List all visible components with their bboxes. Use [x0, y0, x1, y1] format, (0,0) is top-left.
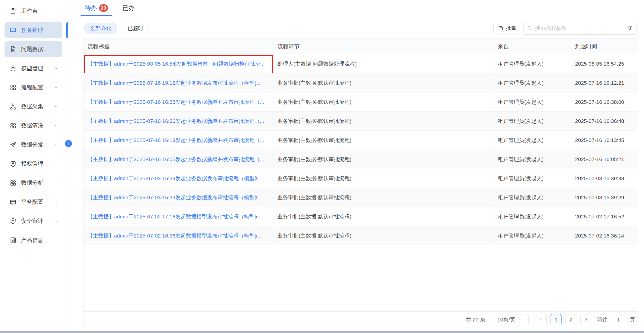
- sidebar-item-label: 数据采集: [21, 103, 43, 110]
- cell-time: 2025-07-02 17:16:52: [571, 207, 638, 226]
- process-title-link[interactable]: 【主数据】admin于2025-07-03 15:39发起业务数据发布审批流程（…: [88, 175, 262, 182]
- next-page-button[interactable]: [580, 314, 592, 325]
- batch-button[interactable]: 批量: [493, 23, 521, 33]
- process-title-link[interactable]: 【主数据】admin于2025-07-16 16:13发起业务数据新增并发布审批…: [88, 137, 264, 144]
- search-input[interactable]: [535, 25, 627, 31]
- tab-done[interactable]: 已办: [118, 0, 139, 16]
- sidebar-item-security-audit[interactable]: 安全审计: [0, 212, 68, 231]
- sidebar-item-product-info[interactable]: 产品信息: [0, 231, 68, 250]
- scrollbar-thumb[interactable]: [0, 331, 644, 333]
- table-row: 【主数据】admin于2025-07-03 15:39发起业务数据发布审批流程（…: [84, 169, 638, 188]
- sidebar-item-workbench[interactable]: 工作台: [0, 2, 68, 21]
- process-title-link[interactable]: 【主数据】admin于2025-07-16 19:12发起业务数据发布审批流程（…: [88, 79, 260, 86]
- chevron-right-icon: [584, 317, 588, 322]
- cell-time: 2025-07-02 16:36:14: [571, 226, 638, 245]
- cell-stage: 业务审批(主数据-默认审批流程): [273, 226, 494, 245]
- active-tab-underline: [80, 15, 112, 16]
- cell-from: 租户管理员(发起人): [494, 54, 571, 73]
- doc-icon: [10, 46, 17, 53]
- chevron-down-icon: [54, 143, 58, 147]
- process-title-link[interactable]: 【主数据】admin于2025-07-02 16:36发起数据模型发布审批流程（…: [88, 232, 262, 239]
- sidebar-item-task-handling[interactable]: 任务处理: [0, 21, 68, 40]
- sidebar-item-flow-config[interactable]: 流程配置: [0, 78, 68, 97]
- sidebar-item-platform-config[interactable]: 平台配置: [0, 193, 68, 212]
- cell-title: 【主数据】admin于2025-07-16 16:13发起业务数据新增并发布审批…: [84, 131, 273, 150]
- page-size-select[interactable]: 10条/页: [491, 314, 529, 325]
- table-row: 【主数据】admin于2025-07-16 16:13发起业务数据新增并发布审批…: [84, 131, 638, 150]
- search-box: [523, 22, 636, 35]
- db-icon: [10, 65, 17, 72]
- col-header-time: 到达时间: [571, 39, 638, 54]
- cell-title: 【主数据】admin于2025-07-16 16:05发起业务数据新增并发布审批…: [84, 150, 273, 169]
- filter-pill-overdue[interactable]: 已超时: [122, 23, 149, 34]
- cell-stage: 业务审批(主数据-默认审批流程): [273, 73, 494, 92]
- cell-title: 【主数据】admin于2025-08-05 16:54发起数据检核 - 问题数据…: [84, 54, 273, 73]
- col-header-from: 来自: [494, 39, 571, 54]
- filter-funnel-icon[interactable]: [627, 25, 633, 31]
- sidebar-item-label: 流程配置: [21, 84, 43, 91]
- tabbar: 待办 20 已办: [68, 0, 644, 16]
- cell-from: 租户管理员(发起人): [494, 226, 571, 245]
- cell-from: 租户管理员(发起人): [494, 73, 571, 92]
- horizontal-scrollbar[interactable]: [0, 331, 644, 333]
- cell-stage: 业务审批(主数据-默认审批流程): [273, 169, 494, 188]
- tab-todo[interactable]: 待办 20: [80, 0, 112, 16]
- cell-time: 2025-07-03 15:39:33: [571, 169, 638, 188]
- table-row: 【主数据】admin于2025-07-16 16:05发起业务数据新增并发布审批…: [84, 150, 638, 169]
- sidebar-collapse-button[interactable]: [65, 140, 72, 147]
- batch-icon: [498, 25, 504, 31]
- cell-from: 租户管理员(发起人): [494, 112, 571, 130]
- shield-key-icon: [10, 218, 17, 225]
- sidebar-item-auth-mgmt[interactable]: 授权管理: [0, 154, 68, 173]
- cell-stage: 业务审批(主数据-默认审批流程): [273, 207, 494, 226]
- clipboard-icon: [10, 8, 17, 15]
- process-title-link[interactable]: 【主数据】admin于2025-08-05 16:54发起数据检核 - 问题数据…: [88, 60, 265, 67]
- title-text: 发起数据检核 - 问题数据归档审批流...: [176, 61, 265, 67]
- tab-done-label: 已办: [123, 4, 135, 12]
- goto-page-input[interactable]: [611, 314, 626, 325]
- process-title-link[interactable]: 【主数据】admin于2025-07-03 15:39发起业务数据发布审批流程（…: [88, 194, 262, 201]
- batch-button-label: 批量: [506, 25, 516, 32]
- process-title-link[interactable]: 【主数据】admin于2025-07-16 16:38发起业务数据新增并发布审批…: [88, 99, 264, 106]
- filter-pill-all-label: 全部 (20): [90, 25, 111, 32]
- main-content: 待办 20 已办 全部 (20) 已超时 批量: [68, 0, 644, 333]
- sidebar-item-data-collect[interactable]: 数据采集: [0, 97, 68, 116]
- table-row: 【主数据】admin于2025-07-16 16:38发起业务数据新增并发布审批…: [84, 92, 638, 112]
- page-button-1[interactable]: 1: [550, 314, 562, 325]
- cell-title: 【主数据】admin于2025-07-03 15:39发起业务数据发布审批流程（…: [84, 188, 273, 207]
- grid-icon: [10, 122, 17, 129]
- process-title-link[interactable]: 【主数据】admin于2025-07-02 17:16发起数据模型发布审批流程（…: [88, 213, 263, 220]
- sidebar-item-data-dispatch[interactable]: 数据分发: [0, 135, 68, 154]
- sidebar-item-data-clean[interactable]: 数据清洗: [0, 116, 68, 135]
- table-row: 【主数据】admin于2025-08-05 16:54发起数据检核 - 问题数据…: [84, 54, 638, 73]
- cell-time: 2025-07-16 19:12:21: [571, 73, 638, 92]
- sidebar-item-model-mgmt[interactable]: 模型管理: [0, 59, 68, 78]
- chevron-down-icon: [54, 181, 58, 185]
- chevron-left-icon: [66, 141, 70, 146]
- chevron-down-icon: [518, 318, 522, 322]
- cell-stage: 业务审批(主数据-默认审批流程): [273, 92, 494, 111]
- cell-time: 2025-07-03 15:39:29: [571, 188, 638, 207]
- page-number-buttons: 12: [550, 314, 580, 325]
- cell-time: 2025-08-05 16:54:25: [571, 54, 638, 73]
- cell-stage: 业务审批(主数据-默认审批流程): [273, 150, 494, 169]
- prev-page-button[interactable]: [535, 314, 547, 325]
- chevron-down-icon: [54, 124, 58, 128]
- chevron-down-icon: [54, 66, 58, 70]
- sidebar-item-label: 问题数据: [21, 45, 43, 53]
- cell-from: 租户管理员(发起人): [494, 188, 571, 207]
- sidebar-item-issue-data[interactable]: 问题数据: [0, 40, 68, 59]
- sidebar-item-label: 安全审计: [21, 217, 43, 225]
- process-title-link[interactable]: 【主数据】admin于2025-07-16 16:05发起业务数据新增并发布审批…: [88, 156, 264, 163]
- filter-pill-all[interactable]: 全部 (20): [84, 23, 117, 34]
- process-title-link[interactable]: 【主数据】admin于2025-07-16 16:36发起业务数据新增并发布审批…: [88, 118, 264, 125]
- chevron-down-icon: [54, 162, 58, 166]
- cell-title: 【主数据】admin于2025-07-16 19:12发起业务数据发布审批流程（…: [84, 73, 273, 92]
- filter-pill-overdue-label: 已超时: [128, 25, 143, 32]
- sidebar-item-label: 工作台: [21, 7, 38, 15]
- table-row: 【主数据】admin于2025-07-16 16:36发起业务数据新增并发布审批…: [84, 112, 638, 131]
- cell-time: 2025-07-16 16:13:45: [571, 131, 638, 150]
- page-button-2[interactable]: 2: [565, 314, 577, 325]
- sidebar: 工作台任务处理问题数据模型管理流程配置数据采集数据清洗数据分发授权管理数据分析平…: [0, 0, 68, 333]
- sidebar-item-data-analysis[interactable]: 数据分析: [0, 173, 68, 193]
